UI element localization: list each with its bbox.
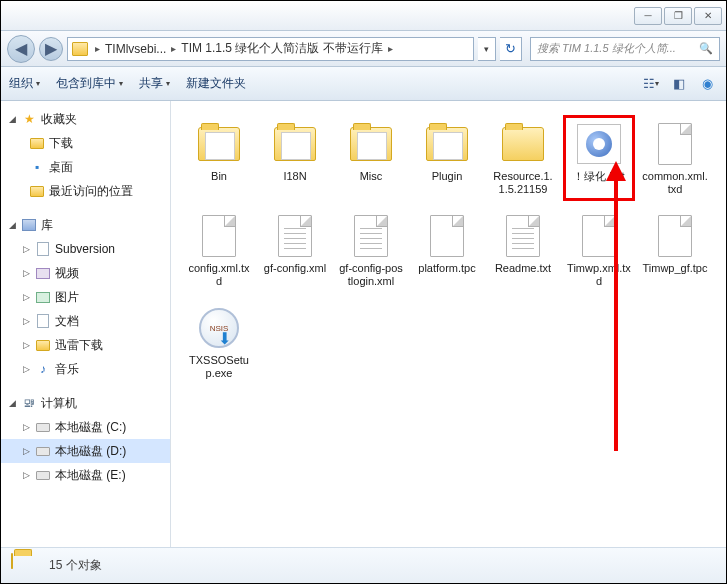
toolbar: 组织▾ 包含到库中▾ 共享▾ 新建文件夹 ☷▾ ◧ ◉ <box>1 67 726 101</box>
file-label: Bin <box>211 170 227 183</box>
file-lines-icon <box>347 212 395 260</box>
share-button[interactable]: 共享▾ <box>139 75 170 92</box>
file-item[interactable]: Misc <box>335 115 407 201</box>
sidebar-item-music[interactable]: ▷♪音乐 <box>1 357 170 381</box>
sidebar-item-downloads[interactable]: 下载 <box>1 131 170 155</box>
path-segment[interactable]: TIM 1.1.5 绿化个人简洁版 不带运行库 <box>179 40 384 57</box>
bat-icon <box>575 120 623 168</box>
chevron-icon: ▸ <box>92 43 103 54</box>
favorites-node[interactable]: ◢★ 收藏夹 <box>1 107 170 131</box>
file-label: Readme.txt <box>495 262 551 275</box>
folder-icon <box>72 42 88 56</box>
file-list-area[interactable]: BinI18NMiscPluginResource.1.1.5.21159！绿化… <box>171 101 726 547</box>
sidebar-item-subversion[interactable]: ▷Subversion <box>1 237 170 261</box>
exe-icon: NSIS <box>195 304 243 352</box>
file-icon <box>195 212 243 260</box>
forward-button[interactable]: ▶ <box>39 37 63 61</box>
file-label: common.xml.txd <box>642 170 708 196</box>
preview-pane-button[interactable]: ◧ <box>668 74 690 94</box>
file-label: Plugin <box>432 170 463 183</box>
file-lines-icon <box>499 212 547 260</box>
file-label: ！绿化.bat <box>573 170 624 183</box>
folder-open-icon <box>423 120 471 168</box>
sidebar-item-video[interactable]: ▷视频 <box>1 261 170 285</box>
sidebar-item-desktop[interactable]: ▪桌面 <box>1 155 170 179</box>
view-options-button[interactable]: ☷▾ <box>640 74 662 94</box>
folder-open-icon <box>347 120 395 168</box>
computer-node[interactable]: ◢🖳 计算机 <box>1 391 170 415</box>
file-label: Resource.1.1.5.21159 <box>490 170 556 196</box>
file-label: config.xml.txd <box>186 262 252 288</box>
file-label: Misc <box>360 170 383 183</box>
organize-button[interactable]: 组织▾ <box>9 75 40 92</box>
new-folder-button[interactable]: 新建文件夹 <box>186 75 246 92</box>
status-bar: 15 个对象 <box>1 547 726 583</box>
file-item[interactable]: Readme.txt <box>487 207 559 293</box>
path-segment[interactable]: TIMlvsebi... <box>103 42 168 56</box>
file-item[interactable]: config.xml.txd <box>183 207 255 293</box>
file-label: I18N <box>283 170 306 183</box>
back-button[interactable]: ◀ <box>7 35 35 63</box>
search-icon: 🔍 <box>699 42 713 55</box>
folder-open-icon <box>195 120 243 168</box>
breadcrumb[interactable]: ▸ TIMlvsebi... ▸ TIM 1.1.5 绿化个人简洁版 不带运行库… <box>67 37 474 61</box>
refresh-button[interactable]: ↻ <box>500 37 522 61</box>
file-item[interactable]: Resource.1.1.5.21159 <box>487 115 559 201</box>
sidebar-item-recent[interactable]: 最近访问的位置 <box>1 179 170 203</box>
search-input[interactable]: 搜索 TIM 1.1.5 绿化个人简... 🔍 <box>530 37 720 61</box>
file-item[interactable]: Timwp.xml.txd <box>563 207 635 293</box>
window-titlebar: ─ ❐ ✕ <box>1 1 726 31</box>
path-dropdown-button[interactable]: ▾ <box>478 37 496 61</box>
file-icon <box>575 212 623 260</box>
sidebar-item-drive-e[interactable]: ▷本地磁盘 (E:) <box>1 463 170 487</box>
folder-icon <box>11 554 39 578</box>
computer-group: ◢🖳 计算机 ▷本地磁盘 (C:) ▷本地磁盘 (D:) ▷本地磁盘 (E:) <box>1 391 170 487</box>
file-lines-icon <box>271 212 319 260</box>
file-item[interactable]: gf-config-postlogin.xml <box>335 207 407 293</box>
close-button[interactable]: ✕ <box>694 7 722 25</box>
folder-icon <box>499 120 547 168</box>
minimize-button[interactable]: ─ <box>634 7 662 25</box>
file-item[interactable]: gf-config.xml <box>259 207 331 293</box>
search-placeholder: 搜索 TIM 1.1.5 绿化个人简... <box>537 41 676 56</box>
file-item[interactable]: ！绿化.bat <box>563 115 635 201</box>
help-button[interactable]: ◉ <box>696 74 718 94</box>
folder-open-icon <box>271 120 319 168</box>
favorites-group: ◢★ 收藏夹 下载 ▪桌面 最近访问的位置 <box>1 107 170 203</box>
address-bar: ◀ ▶ ▸ TIMlvsebi... ▸ TIM 1.1.5 绿化个人简洁版 不… <box>1 31 726 67</box>
libraries-group: ◢ 库 ▷Subversion ▷视频 ▷图片 ▷文档 ▷迅雷下载 ▷♪音乐 <box>1 213 170 381</box>
sidebar-item-drive-d[interactable]: ▷本地磁盘 (D:) <box>1 439 170 463</box>
file-label: platform.tpc <box>418 262 475 275</box>
file-item[interactable]: NSISTXSSOSetup.exe <box>183 299 255 385</box>
file-label: TXSSOSetup.exe <box>186 354 252 380</box>
file-icon <box>651 212 699 260</box>
file-item[interactable]: Bin <box>183 115 255 201</box>
file-label: Timwp.xml.txd <box>566 262 632 288</box>
chevron-icon: ▸ <box>385 43 396 54</box>
sidebar-item-drive-c[interactable]: ▷本地磁盘 (C:) <box>1 415 170 439</box>
file-icon <box>651 120 699 168</box>
maximize-button[interactable]: ❐ <box>664 7 692 25</box>
navigation-pane: ◢★ 收藏夹 下载 ▪桌面 最近访问的位置 ◢ 库 ▷Subversion ▷视… <box>1 101 171 547</box>
sidebar-item-documents[interactable]: ▷文档 <box>1 309 170 333</box>
file-item[interactable]: common.xml.txd <box>639 115 711 201</box>
file-icon <box>423 212 471 260</box>
file-item[interactable]: I18N <box>259 115 331 201</box>
file-label: gf-config-postlogin.xml <box>338 262 404 288</box>
file-label: Timwp_gf.tpc <box>642 262 707 275</box>
sidebar-item-thunder[interactable]: ▷迅雷下载 <box>1 333 170 357</box>
sidebar-item-pictures[interactable]: ▷图片 <box>1 285 170 309</box>
file-item[interactable]: Timwp_gf.tpc <box>639 207 711 293</box>
file-label: gf-config.xml <box>264 262 326 275</box>
chevron-icon: ▸ <box>168 43 179 54</box>
file-item[interactable]: platform.tpc <box>411 207 483 293</box>
status-count: 15 个对象 <box>49 557 102 574</box>
include-in-library-button[interactable]: 包含到库中▾ <box>56 75 123 92</box>
libraries-node[interactable]: ◢ 库 <box>1 213 170 237</box>
file-item[interactable]: Plugin <box>411 115 483 201</box>
